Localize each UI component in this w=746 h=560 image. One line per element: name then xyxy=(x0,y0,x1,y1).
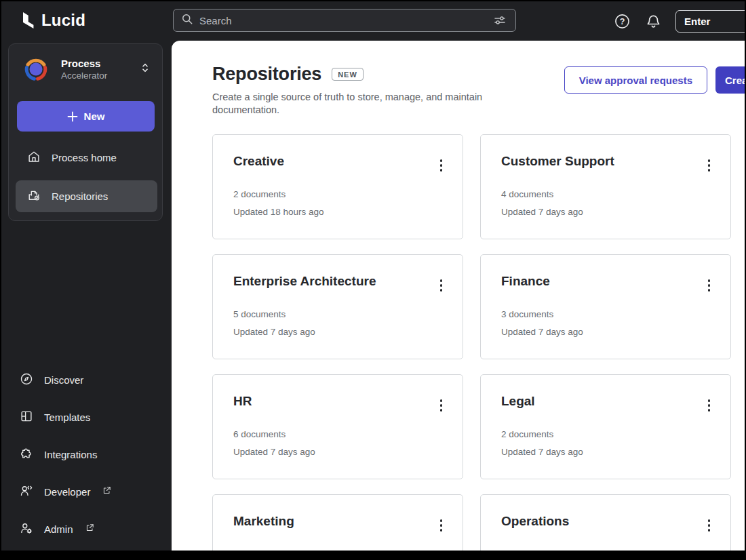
lucid-logo-icon xyxy=(19,10,35,31)
help-icon[interactable]: ? xyxy=(613,12,631,30)
svg-text:?: ? xyxy=(619,16,625,26)
repository-card-finance[interactable]: Finance 3 documents Updated 7 days ago xyxy=(480,254,731,359)
sidebar-item-discover[interactable]: Discover xyxy=(8,366,163,393)
repository-name: Finance xyxy=(501,274,550,289)
repository-card-creative[interactable]: Creative 2 documents Updated 18 hours ag… xyxy=(212,134,463,239)
templates-icon xyxy=(19,409,34,426)
admin-icon xyxy=(19,521,34,538)
repository-updated: Updated 7 days ago xyxy=(501,327,583,337)
repositories-icon xyxy=(26,188,41,205)
repository-name: HR xyxy=(233,394,252,409)
page-subtitle: Create a single source of truth to store… xyxy=(212,91,531,117)
view-approval-requests-button[interactable]: View approval requests xyxy=(564,66,707,94)
repository-card-enterprise-architecture[interactable]: Enterprise Architecture 5 documents Upda… xyxy=(212,254,463,359)
lucid-logo: Lucid xyxy=(19,10,85,31)
home-icon xyxy=(26,149,41,166)
search-bar[interactable] xyxy=(173,9,516,32)
workspace-name-top: Process xyxy=(61,58,139,69)
plus-icon xyxy=(67,111,78,122)
sidebar-item-integrations[interactable]: Integrations xyxy=(8,441,163,468)
repository-updated: Updated 7 days ago xyxy=(233,327,315,337)
repository-name: Operations xyxy=(501,514,569,529)
repository-name: Legal xyxy=(501,394,535,409)
kebab-menu-icon[interactable] xyxy=(705,277,713,294)
sidebar-item-label: Process home xyxy=(52,152,117,163)
sidebar-item-label: Repositories xyxy=(52,191,108,202)
puzzle-icon xyxy=(19,446,34,463)
sidebar-item-repositories[interactable]: Repositories xyxy=(16,180,157,212)
kebab-menu-icon[interactable] xyxy=(437,517,446,534)
new-button[interactable]: New xyxy=(17,101,155,132)
sidebar: Process Accelerator New xyxy=(1,41,172,551)
kebab-menu-icon[interactable] xyxy=(437,397,446,414)
kebab-menu-icon[interactable] xyxy=(705,397,713,414)
repository-card-hr[interactable]: HR 6 documents Updated 7 days ago xyxy=(212,374,463,479)
top-bar: Lucid xyxy=(1,1,745,41)
sidebar-item-label: Integrations xyxy=(44,449,97,460)
kebab-menu-icon[interactable] xyxy=(437,157,446,174)
repository-grid: Creative 2 documents Updated 18 hours ag… xyxy=(212,134,731,551)
sidebar-item-label: Admin xyxy=(44,523,73,535)
chevron-up-down-icon xyxy=(139,60,151,78)
sidebar-footer-nav: Discover Templates Int xyxy=(8,366,163,542)
header-actions: View approval requests Crea xyxy=(172,66,745,94)
sidebar-item-developer[interactable]: Developer xyxy=(8,478,163,505)
topbar-actions: ? Enter xyxy=(613,1,745,41)
sidebar-item-label: Developer xyxy=(44,486,90,498)
main-content: Repositories NEW Create a single source … xyxy=(172,41,745,551)
repository-card-legal[interactable]: Legal 2 documents Updated 7 days ago xyxy=(480,374,731,479)
developer-icon xyxy=(19,483,34,500)
workspace-logo-icon xyxy=(22,56,50,83)
workspace-name: Process Accelerator xyxy=(61,58,139,81)
notifications-bell-icon[interactable] xyxy=(644,12,662,30)
sidebar-item-label: Discover xyxy=(44,374,83,386)
repository-card-customer-support[interactable]: Customer Support 4 documents Updated 7 d… xyxy=(480,134,731,239)
repository-updated: Updated 18 hours ago xyxy=(233,207,324,217)
workspace-panel: Process Accelerator New xyxy=(8,43,163,221)
sidebar-item-admin[interactable]: Admin xyxy=(8,515,163,542)
app-window: Lucid xyxy=(1,1,745,551)
kebab-menu-icon[interactable] xyxy=(437,277,446,294)
new-button-label: New xyxy=(84,111,105,122)
repository-updated: Updated 7 days ago xyxy=(501,447,583,457)
sidebar-item-process-home[interactable]: Process home xyxy=(16,142,157,172)
create-repository-button[interactable]: Crea xyxy=(715,66,745,94)
compass-icon xyxy=(19,372,34,388)
enterprise-button[interactable]: Enter xyxy=(675,10,745,33)
search-input[interactable] xyxy=(199,15,486,26)
repository-name: Customer Support xyxy=(501,154,614,169)
repository-doc-count: 6 documents xyxy=(233,429,286,439)
repository-name: Marketing xyxy=(233,514,294,529)
repository-updated: Updated 7 days ago xyxy=(233,447,315,457)
repository-card-operations[interactable]: Operations xyxy=(480,494,731,551)
repository-name: Creative xyxy=(233,154,284,169)
lucid-logo-text: Lucid xyxy=(41,11,85,30)
search-icon xyxy=(180,12,194,28)
sidebar-item-label: Templates xyxy=(44,412,90,423)
kebab-menu-icon[interactable] xyxy=(705,517,713,534)
workspace-switcher[interactable]: Process Accelerator xyxy=(9,54,162,85)
workspace-name-bottom: Accelerator xyxy=(61,71,139,81)
repository-doc-count: 2 documents xyxy=(501,429,553,439)
search-filter-icon[interactable] xyxy=(491,12,509,29)
repository-name: Enterprise Architecture xyxy=(233,274,376,289)
kebab-menu-icon[interactable] xyxy=(705,157,713,174)
external-link-icon xyxy=(102,485,112,498)
sidebar-item-templates[interactable]: Templates xyxy=(8,403,163,431)
repository-doc-count: 3 documents xyxy=(501,309,553,319)
repository-updated: Updated 7 days ago xyxy=(501,207,583,217)
external-link-icon xyxy=(85,523,95,535)
repository-doc-count: 5 documents xyxy=(233,309,286,319)
repository-doc-count: 2 documents xyxy=(233,189,286,199)
repository-doc-count: 4 documents xyxy=(501,189,553,199)
repository-card-marketing[interactable]: Marketing xyxy=(212,494,463,551)
